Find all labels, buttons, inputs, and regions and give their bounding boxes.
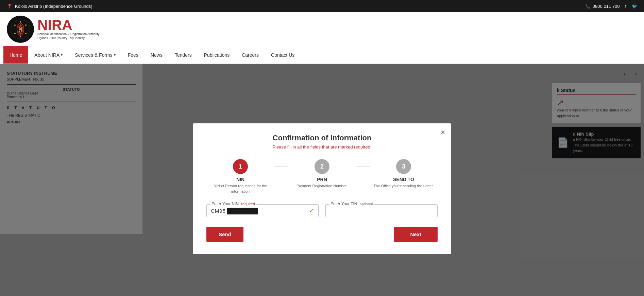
modal-subtitle: Please fill in all the fields that are m…	[206, 144, 438, 150]
svg-point-3	[25, 24, 27, 26]
nin-field-label: Enter Your NIN required	[210, 202, 256, 206]
chevron-down-icon: ▾	[114, 53, 116, 57]
top-bar: 📍 Kololo Airstrip (Independence Grounds)…	[0, 0, 644, 12]
svg-point-1	[19, 28, 21, 30]
step-2-label: PRN	[317, 177, 327, 182]
phone-icon: 📞	[585, 4, 591, 9]
step-3-circle: 3	[396, 159, 411, 174]
step-1-desc: NIN of Person requesting for the informa…	[206, 184, 274, 194]
logo-area: NIRA National Identification & Registrat…	[7, 16, 100, 43]
nira-subtitle: National Identification & Registration A…	[37, 32, 100, 40]
location-text: Kololo Airstrip (Independence Grounds)	[15, 4, 92, 9]
tin-input[interactable]	[330, 208, 433, 214]
svg-point-4	[25, 33, 27, 34]
form-fields: Enter Your NIN required CM95 ████████ ✓ …	[206, 204, 438, 217]
steps-indicator: 1 NIN NIN of Person requesting for the i…	[206, 159, 438, 194]
nav-fees[interactable]: Fees	[122, 46, 145, 64]
nav-about[interactable]: About NIRA ▾	[28, 46, 69, 64]
nav-tenders[interactable]: Tenders	[169, 46, 198, 64]
step-3: 3 SEND TO The Office you're sending the …	[370, 159, 438, 189]
nav-contact[interactable]: Contact Us	[265, 46, 301, 64]
svg-point-7	[14, 24, 16, 26]
logo-text: NIRA National Identification & Registrat…	[37, 18, 100, 40]
nav-home[interactable]: Home	[3, 46, 28, 64]
modal-actions: Send Next	[206, 227, 438, 242]
step-connector-1	[274, 167, 288, 167]
chevron-down-icon: ▾	[61, 53, 63, 57]
logo-svg	[10, 19, 31, 39]
step-connector-2	[356, 167, 370, 167]
step-1-circle: 1	[233, 159, 248, 174]
nin-field-group: Enter Your NIN required CM95 ████████ ✓	[206, 204, 319, 217]
modal-title: Confirmation of Information	[206, 134, 438, 142]
nav-publications[interactable]: Publications	[198, 46, 236, 64]
nira-brand: NIRA	[37, 18, 100, 32]
modal-overlay: × Confirmation of Information Please fil…	[0, 64, 644, 296]
step-2-desc: Payment Registration Number.	[296, 184, 348, 189]
nav-services[interactable]: Services & Forms ▾	[69, 46, 121, 64]
nav-news[interactable]: News	[145, 46, 169, 64]
logo-circle	[7, 16, 34, 43]
svg-point-6	[14, 33, 16, 34]
step-3-desc: The Office you're sending the Letter.	[374, 184, 434, 189]
top-bar-right: 📞 0800 211 700 f 🐦	[585, 4, 637, 9]
step-1-label: NIN	[236, 177, 244, 182]
next-button[interactable]: Next	[394, 227, 438, 242]
step-2-circle: 2	[315, 159, 329, 174]
facebook-icon[interactable]: f	[625, 4, 626, 9]
step-2: 2 PRN Payment Registration Number.	[288, 159, 356, 189]
tin-field-group: Enter Your TIN optional	[325, 204, 438, 217]
nin-masked-value: ████████	[227, 208, 258, 214]
top-bar-location: 📍 Kololo Airstrip (Independence Grounds)	[7, 4, 92, 9]
check-icon: ✓	[309, 207, 314, 214]
page-background: STATUTORY INSTRUME SUPPLEMENT No. 35 STA…	[0, 64, 644, 296]
tin-field-label: Enter Your TIN optional	[329, 202, 374, 206]
nin-prefix: CM95	[211, 208, 226, 214]
send-button[interactable]: Send	[206, 227, 243, 242]
phone-number: 0800 211 700	[593, 4, 620, 9]
site-header: NIRA National Identification & Registrat…	[0, 12, 644, 46]
step-3-label: SEND TO	[393, 177, 414, 182]
step-1: 1 NIN NIN of Person requesting for the i…	[206, 159, 274, 194]
modal-close-button[interactable]: ×	[441, 128, 445, 137]
svg-point-2	[20, 21, 21, 22]
location-icon: 📍	[7, 4, 12, 9]
svg-point-5	[20, 36, 21, 37]
phone-info: 📞 0800 211 700	[585, 4, 620, 9]
main-nav: Home About NIRA ▾ Services & Forms ▾ Fee…	[0, 46, 644, 64]
twitter-icon[interactable]: 🐦	[632, 4, 637, 9]
confirmation-modal: × Confirmation of Information Please fil…	[193, 123, 451, 254]
nav-careers[interactable]: Careers	[236, 46, 265, 64]
